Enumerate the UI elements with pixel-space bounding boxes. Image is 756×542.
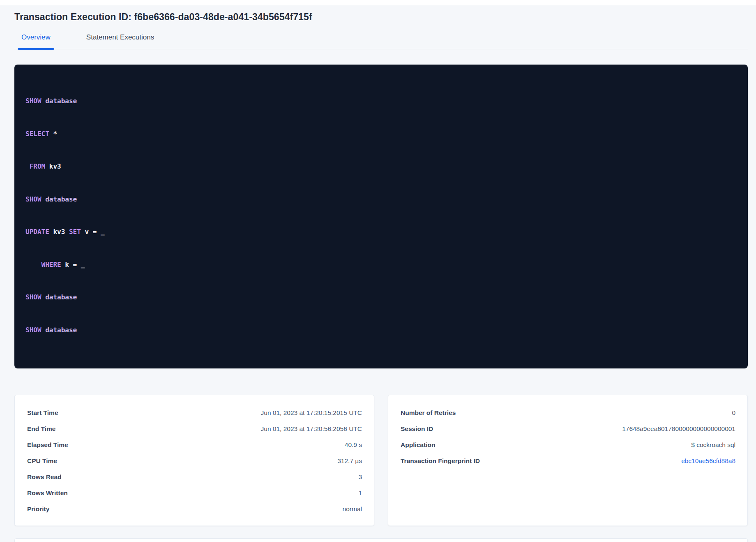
top-header-strip (0, 0, 756, 5)
summary-row: Prioritynormal (27, 501, 362, 517)
row-label: Rows Read (27, 473, 62, 481)
row-label: Start Time (27, 409, 58, 417)
summary-cards-row: Start TimeJun 01, 2023 at 17:20:15:2015 … (14, 395, 748, 526)
cpu-time-value: 312.7 µs (337, 457, 362, 465)
row-label: Application (401, 441, 435, 449)
sql-line: WHERE k = _ (25, 259, 737, 271)
sql-identifier: database (45, 326, 77, 334)
insights-card: Insights Details High Contention Time Sp… (14, 538, 748, 542)
sql-line: SHOW database (25, 194, 737, 205)
row-label: Transaction Fingerprint ID (401, 457, 480, 465)
sql-literal: v = _ (85, 228, 105, 236)
summary-row: Transaction Fingerprint IDebc10ae56cfd88… (401, 453, 735, 469)
summary-row: Number of Retries0 (401, 405, 735, 421)
transaction-fingerprint-link[interactable]: ebc10ae56cfd88a8 (681, 457, 735, 465)
summary-row: Rows Read3 (27, 469, 362, 485)
sql-line: FROM kv3 (25, 161, 737, 172)
sql-literal: kv3 (49, 162, 61, 170)
sql-keyword: FROM (30, 162, 49, 170)
elapsed-time-value: 40.9 s (345, 441, 362, 449)
summary-row: Session ID17648a9eea60178000000000000000… (401, 421, 735, 437)
sql-literal: k = _ (65, 261, 85, 269)
sql-literal: kv3 (53, 228, 69, 236)
summary-row: End TimeJun 01, 2023 at 17:20:56:2056 UT… (27, 421, 362, 437)
tab-statement-executions[interactable]: Statement Executions (86, 33, 154, 49)
sql-identifier: database (45, 293, 77, 301)
rows-written-value: 1 (358, 489, 362, 497)
rows-read-value: 3 (358, 473, 362, 481)
row-label: Number of Retries (401, 409, 456, 417)
sql-line: SHOW database (25, 96, 737, 107)
sql-line: SHOW database (25, 292, 737, 303)
sql-keyword: SHOW (25, 195, 45, 203)
sql-keyword: WHERE (41, 261, 65, 269)
sql-line: SELECT * (25, 129, 737, 140)
sql-line: SHOW database (25, 325, 737, 336)
sql-keyword: SHOW (25, 293, 45, 301)
session-id-value: 17648a9eea6017800000000000000001 (622, 425, 735, 433)
retries-value: 0 (732, 409, 735, 417)
sql-keyword: UPDATE (25, 228, 53, 236)
page-container: Transaction Execution ID: f6be6366-da03-… (14, 12, 748, 542)
row-label: Rows Written (27, 489, 68, 497)
summary-row: CPU Time312.7 µs (27, 453, 362, 469)
row-label: CPU Time (27, 457, 57, 465)
sql-keyword: SELECT (25, 130, 53, 138)
summary-row: Start TimeJun 01, 2023 at 17:20:15:2015 … (27, 405, 362, 421)
page-title: Transaction Execution ID: f6be6366-da03-… (14, 12, 748, 23)
tab-bar: Overview Statement Executions (14, 33, 748, 49)
application-value: $ cockroach sql (691, 441, 735, 449)
tab-overview[interactable]: Overview (21, 33, 51, 49)
row-label: End Time (27, 425, 55, 433)
sql-identifier: database (45, 195, 77, 203)
sql-indent (25, 261, 41, 269)
session-summary-card: Number of Retries0 Session ID17648a9eea6… (388, 395, 748, 526)
start-time-value: Jun 01, 2023 at 17:20:15:2015 UTC (261, 409, 362, 417)
sql-keyword: SHOW (25, 97, 45, 105)
row-label: Session ID (401, 425, 433, 433)
sql-identifier: database (45, 97, 77, 105)
sql-statements-box: SHOW database SELECT * FROM kv3 SHOW dat… (14, 65, 748, 368)
row-label: Elapsed Time (27, 441, 68, 449)
priority-value: normal (343, 505, 362, 513)
sql-line: UPDATE kv3 SET v = _ (25, 227, 737, 238)
summary-row: Elapsed Time40.9 s (27, 437, 362, 453)
row-label: Priority (27, 505, 49, 513)
sql-literal: * (53, 130, 57, 138)
summary-row: Application$ cockroach sql (401, 437, 735, 453)
timing-summary-card: Start TimeJun 01, 2023 at 17:20:15:2015 … (14, 395, 374, 526)
sql-keyword: SHOW (25, 326, 45, 334)
sql-indent (25, 162, 30, 170)
end-time-value: Jun 01, 2023 at 17:20:56:2056 UTC (261, 425, 362, 433)
sql-keyword: SET (69, 228, 85, 236)
summary-row: Rows Written1 (27, 485, 362, 501)
